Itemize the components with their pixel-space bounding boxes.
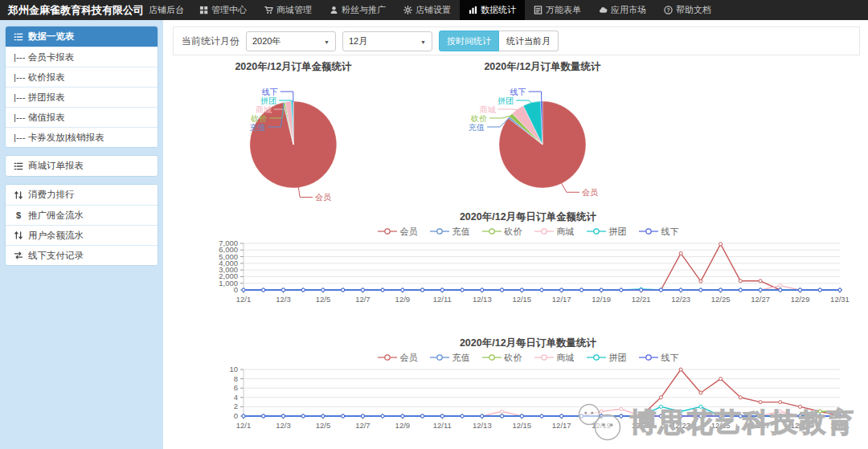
data-point: [242, 288, 245, 292]
legend-item-商城[interactable]: 商城: [534, 226, 575, 238]
nav-item-form[interactable]: 万能表单: [525, 0, 590, 20]
data-point: [321, 414, 325, 418]
grid-icon: [199, 6, 208, 14]
data-point: [381, 414, 384, 418]
data-point: [799, 405, 802, 408]
y-tick-label: 8: [234, 374, 238, 383]
stat-by-time-button[interactable]: 按时间统计: [439, 31, 499, 51]
data-point: [699, 391, 702, 394]
user-icon: [330, 6, 338, 14]
nav-item-cart[interactable]: 商城管理: [256, 0, 321, 20]
pie-label: 会员: [315, 193, 331, 201]
filter-bar: 当前统计月份 2020年 12月 按时间统计 统计当前月: [173, 27, 860, 55]
legend-marker-icon: [378, 353, 397, 361]
legend-item-会员[interactable]: 会员: [378, 226, 418, 238]
legend-marker-icon: [378, 227, 397, 235]
x-tick-label: 12/9: [395, 295, 411, 304]
data-point: [640, 414, 643, 418]
legend-marker-icon: [587, 353, 606, 361]
nav-item-user[interactable]: 粉丝与推广: [321, 0, 395, 20]
nav-item-label: 商城管理: [276, 4, 312, 16]
legend-item-会员[interactable]: 会员: [378, 352, 418, 364]
data-point: [540, 288, 543, 292]
legend-item-充值[interactable]: 充值: [430, 352, 470, 364]
x-tick-label: 12/15: [512, 295, 531, 304]
pie-label: 砍价: [250, 114, 267, 123]
data-point: [818, 410, 821, 413]
legend-marker-icon: [534, 353, 554, 361]
nav-item-help[interactable]: ?帮助文档: [655, 0, 720, 20]
sidebar-item[interactable]: |--- 会员卡报表: [6, 47, 158, 67]
sidebar-item[interactable]: 消费力排行: [6, 185, 158, 205]
cloud-icon: [599, 6, 608, 14]
sidebar-item[interactable]: 线下支付记录: [6, 245, 158, 265]
x-tick-label: 12/17: [552, 295, 571, 304]
nav-item-grid[interactable]: 管理中心: [190, 0, 256, 20]
legend-item-拼团[interactable]: 拼团: [587, 352, 627, 364]
data-point: [759, 280, 762, 283]
sidebar-item[interactable]: 数据一览表: [6, 27, 158, 47]
x-tick-label: 12/25: [711, 421, 731, 430]
sidebar-item[interactable]: |--- 储值报表: [6, 107, 158, 127]
chart-title: 2020年/12月每日订单数量统计: [202, 337, 854, 350]
data-point: [779, 414, 782, 418]
pie-label-line: [516, 100, 532, 104]
top-menu: 管理中心商城管理粉丝与推广店铺设置数据统计万能表单应用市场?帮助文档: [190, 0, 720, 20]
pie-label: 线下: [510, 88, 526, 96]
sidebar-item[interactable]: |--- 砍价报表: [6, 67, 158, 87]
sidebar-item[interactable]: 用户余额流水: [6, 225, 158, 245]
line-chart-daily-amount: 2020年/12月每日订单金额统计 会员 充值 砍价 商城 拼团 线下 01,0…: [202, 210, 854, 319]
sidebar-group: 消费力排行$推广佣金流水用户余额流水线下支付记录: [5, 184, 158, 266]
nav-item-label: 万能表单: [546, 4, 581, 16]
legend-item-砍价[interactable]: 砍价: [482, 226, 522, 238]
data-point: [679, 414, 682, 418]
pie-label: 拼团: [260, 96, 276, 105]
y-tick-label: 0: [234, 411, 238, 420]
chart-title: 2020年/12月每日订单金额统计: [202, 210, 854, 224]
legend-label: 充值: [452, 352, 470, 364]
legend-label: 砍价: [505, 226, 522, 238]
stat-current-month-button[interactable]: 统计当前月: [499, 31, 559, 51]
data-point: [501, 410, 504, 413]
sidebar-item[interactable]: 商城订单报表: [6, 156, 158, 176]
data-point: [679, 251, 682, 255]
legend-label: 充值: [452, 226, 470, 238]
pie-label: 砍价: [470, 114, 487, 123]
chevron-down-icon: [324, 36, 330, 46]
x-tick-label: 12/11: [433, 421, 452, 430]
month-select[interactable]: 12月: [342, 31, 432, 51]
series-line-会员: [244, 369, 840, 416]
legend-item-拼团[interactable]: 拼团: [587, 226, 627, 238]
sidebar-item-label: |--- 会员卡报表: [14, 51, 74, 63]
sidebar-item[interactable]: $推广佣金流水: [6, 205, 158, 225]
sidebar-item[interactable]: |--- 拼团报表: [6, 87, 158, 107]
x-tick-label: 12/21: [632, 421, 651, 430]
help-icon: ?: [664, 6, 673, 14]
legend-item-线下[interactable]: 线下: [639, 226, 679, 238]
legend-marker-icon: [482, 227, 502, 235]
year-select[interactable]: 2020年: [246, 31, 336, 51]
chart-title: 2020年/12月订单金额统计: [173, 60, 414, 74]
nav-item-gear[interactable]: 店铺设置: [395, 0, 460, 20]
legend-item-线下[interactable]: 线下: [639, 352, 679, 364]
data-point: [739, 280, 742, 283]
data-point: [779, 410, 782, 413]
data-point: [321, 288, 325, 292]
updown-icon: [14, 231, 23, 240]
data-point: [600, 410, 603, 413]
legend-item-充值[interactable]: 充值: [430, 226, 470, 238]
x-tick-label: 12/13: [473, 295, 492, 304]
legend-item-砍价[interactable]: 砍价: [482, 352, 522, 364]
pie-label: 充值: [469, 123, 485, 132]
data-point: [719, 288, 723, 292]
line-chart-canvas: 01,0002,0003,0004,0005,0006,0007,00012/1…: [202, 239, 854, 316]
nav-item-label: 管理中心: [211, 4, 247, 16]
x-tick-label: 12/7: [355, 295, 371, 304]
nav-item-cloud[interactable]: 应用市场: [590, 0, 655, 20]
sidebar-item[interactable]: |--- 卡券发放|核销报表: [6, 127, 158, 147]
data-point: [560, 288, 563, 292]
legend-item-商城[interactable]: 商城: [534, 352, 575, 364]
data-point: [759, 401, 762, 404]
nav-item-bar-chart[interactable]: 数据统计: [460, 0, 525, 20]
charts-panel: 2020年/12月订单金额统计 线下拼团商城砍价充值会员 2020年/12月订单…: [173, 55, 860, 445]
